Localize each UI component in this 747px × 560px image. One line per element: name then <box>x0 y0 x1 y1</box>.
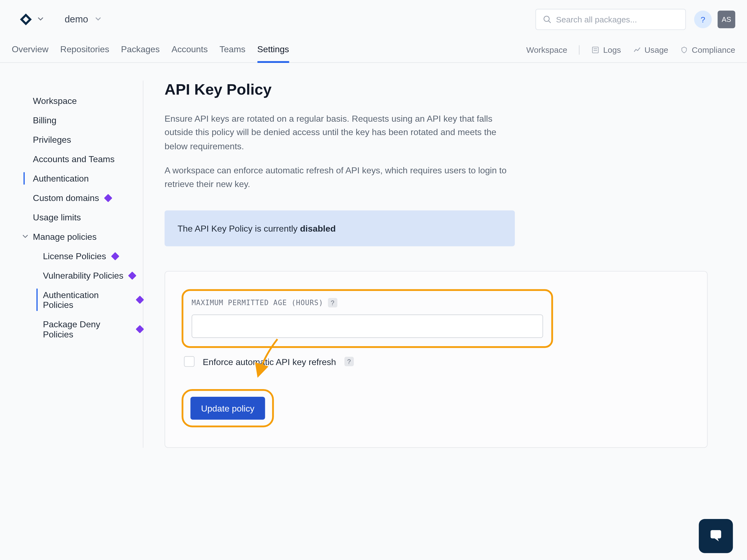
premium-diamond-icon <box>104 194 112 202</box>
help-tooltip-icon[interactable]: ? <box>328 298 337 307</box>
logs-icon <box>591 46 600 54</box>
svg-point-0 <box>544 16 549 21</box>
page-description-2: A workspace can enforce automatic refres… <box>164 163 511 190</box>
main-nav: Overview Repositories Packages Accounts … <box>0 37 747 63</box>
policy-form: MAXIMUM PERMITTED AGE (HOURS) ? Enforce … <box>164 271 707 448</box>
svg-rect-2 <box>593 47 598 52</box>
tab-settings[interactable]: Settings <box>257 37 289 62</box>
sidebar-item-vulnerability-policies[interactable]: Vulnerability Policies <box>12 266 143 285</box>
link-logs[interactable]: Logs <box>591 45 621 54</box>
sidebar-item-manage-policies[interactable]: Manage policies <box>12 227 143 246</box>
update-policy-button[interactable]: Update policy <box>190 397 265 420</box>
alert-state: disabled <box>300 223 336 233</box>
chat-icon <box>707 528 724 544</box>
sidebar-item-package-deny-policies[interactable]: Package Deny Policies <box>12 314 143 344</box>
sidebar-item-license-policies[interactable]: License Policies <box>12 246 143 266</box>
nav-separator <box>579 45 579 54</box>
sidebar-item-billing[interactable]: Billing <box>12 110 143 130</box>
annotation-highlight-button: Update policy <box>182 389 274 427</box>
user-avatar[interactable]: AS <box>718 11 735 28</box>
page-title: API Key Policy <box>164 80 707 99</box>
top-header: demo ? AS <box>0 0 747 37</box>
tab-teams[interactable]: Teams <box>220 37 246 62</box>
brand-logo[interactable] <box>19 12 33 27</box>
usage-icon <box>633 46 641 54</box>
svg-line-1 <box>549 21 551 23</box>
alert-prefix: The API Key Policy is currently <box>177 223 300 233</box>
sidebar-item-custom-domains[interactable]: Custom domains <box>12 188 143 207</box>
link-compliance[interactable]: Compliance <box>680 45 735 54</box>
search-icon <box>543 15 551 24</box>
premium-diamond-icon <box>111 252 119 260</box>
help-button[interactable]: ? <box>694 11 712 28</box>
policy-status-alert: The API Key Policy is currently disabled <box>164 210 515 246</box>
main-content: API Key Policy Ensure API keys are rotat… <box>143 80 707 448</box>
chat-widget-button[interactable] <box>699 519 733 553</box>
premium-diamond-icon <box>136 325 144 333</box>
sidebar-item-accounts-teams[interactable]: Accounts and Teams <box>12 149 143 169</box>
page-description-1: Ensure API keys are rotated on a regular… <box>164 111 511 153</box>
workspace-name[interactable]: demo <box>65 14 88 25</box>
tab-accounts[interactable]: Accounts <box>172 37 208 62</box>
tab-repositories[interactable]: Repositories <box>60 37 109 62</box>
max-age-input[interactable] <box>192 315 543 338</box>
sidebar-item-authentication[interactable]: Authentication <box>12 169 143 188</box>
sidebar-item-authentication-policies[interactable]: Authentication Policies <box>12 285 143 314</box>
sidebar-item-privileges[interactable]: Privileges <box>12 130 143 149</box>
link-workspace[interactable]: Workspace <box>526 45 567 54</box>
help-tooltip-icon[interactable]: ? <box>344 357 354 366</box>
compliance-icon <box>680 46 688 54</box>
enforce-refresh-label: Enforce automatic API key refresh <box>203 357 336 367</box>
link-usage[interactable]: Usage <box>633 45 668 54</box>
enforce-refresh-checkbox[interactable] <box>184 356 195 367</box>
max-age-label: MAXIMUM PERMITTED AGE (HOURS) ? <box>192 298 543 307</box>
search-input[interactable] <box>556 15 678 24</box>
search-box[interactable] <box>535 9 686 30</box>
chevron-down-icon <box>22 233 28 240</box>
tab-packages[interactable]: Packages <box>121 37 160 62</box>
workspace-switcher-chevron-icon[interactable] <box>95 15 101 24</box>
sidebar-item-workspace[interactable]: Workspace <box>12 91 143 110</box>
settings-sidebar: Workspace Billing Privileges Accounts an… <box>12 80 143 448</box>
tab-overview[interactable]: Overview <box>12 37 48 62</box>
sidebar-item-usage-limits[interactable]: Usage limits <box>12 207 143 227</box>
org-switcher-chevron-icon[interactable] <box>38 15 44 24</box>
premium-diamond-icon <box>128 271 136 279</box>
annotation-highlight-field: MAXIMUM PERMITTED AGE (HOURS) ? <box>182 289 553 348</box>
premium-diamond-icon <box>136 296 144 304</box>
